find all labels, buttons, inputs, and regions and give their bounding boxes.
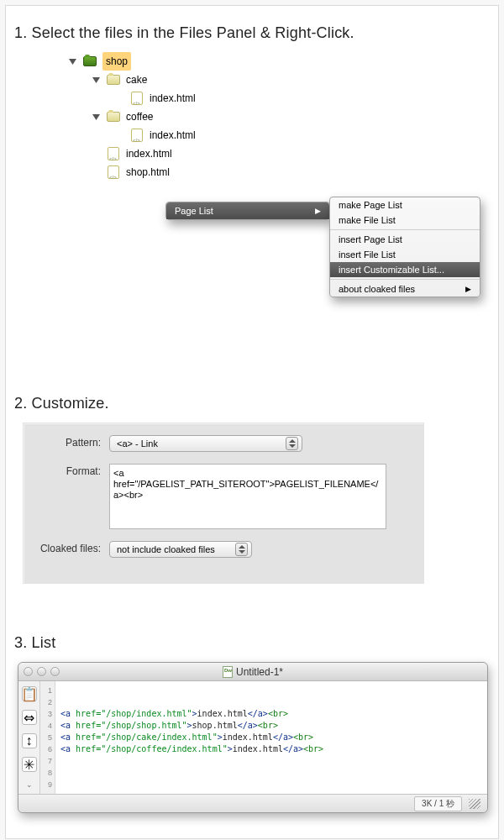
step2-heading: 2. Customize. [14,395,490,412]
tree-file[interactable]: index.html [115,89,490,108]
tree-item-label: index.html [150,126,196,144]
tree-file[interactable]: index.html [92,144,490,163]
folder-icon [106,111,121,123]
menu-item-label: insert Page List [339,234,402,244]
stepper-icon[interactable] [235,543,248,556]
tool-options-icon[interactable]: ✳ [22,757,37,772]
file-tree: shop cake index.html [45,52,490,181]
menu-item-insert-customizable-list[interactable]: insert Customizable List... [330,262,480,277]
menu-item-make-page-list[interactable]: make Page List [330,197,480,213]
step1-heading: 1. Select the files in the Files Panel &… [14,24,490,42]
document-title: Untitled-1* [236,666,283,678]
tree-file[interactable]: index.html [115,126,490,144]
pattern-select[interactable]: <a> - Link [109,435,302,452]
menu-item-insert-file-list[interactable]: insert File List [330,247,480,262]
tree-file[interactable]: shop.html [92,163,490,181]
html-file-icon [106,166,121,179]
menu-item-pagelist[interactable]: Page List ▶ [166,202,329,219]
tool-collapse-tray-icon[interactable]: ⌄ [26,780,33,789]
svg-marker-0 [69,59,76,65]
menu-item-label: about cloaked files [339,284,415,294]
html-file-icon [129,92,144,105]
stepper-icon[interactable] [286,437,298,450]
context-menu-group: Page List ▶ make Page List make File Lis… [165,202,490,344]
disclosure-down-icon[interactable] [68,57,77,66]
tool-collapse-icon[interactable]: ⇔ [22,710,37,725]
status-bar: 3K / 1 秒 [18,794,487,812]
menu-item-label: Page List [175,206,213,216]
svg-marker-1 [92,77,100,83]
step3-heading: 3. List [14,634,490,652]
resize-grip-icon[interactable] [469,799,480,809]
menu-item-insert-page-list[interactable]: insert Page List [330,232,480,247]
disclosure-down-icon[interactable] [92,76,101,85]
context-menu-main[interactable]: Page List ▶ [165,202,330,220]
customize-panel: Pattern: <a> - Link Format: Cloaked file… [23,423,424,584]
cloaked-select[interactable]: not include cloaked files [109,541,252,558]
tree-item-label: index.html [150,89,196,108]
line-gutter: 123456789 [40,681,55,794]
format-textarea[interactable] [109,464,386,529]
menu-separator [330,229,480,230]
folder-icon [106,74,121,87]
context-menu-sub[interactable]: make Page List make File List insert Pag… [329,197,480,297]
menu-separator [330,279,480,280]
format-label: Format: [34,464,109,477]
tree-root-label: shop [102,52,131,71]
menu-item-label: insert File List [339,249,396,260]
tree-item-label: shop.html [126,163,170,181]
tree-item-label: cake [126,71,147,89]
cloaked-select-value: not include cloaked files [117,544,215,554]
document-icon [223,666,233,678]
disclosure-down-icon[interactable] [92,113,101,122]
menu-item-make-file-list[interactable]: make File List [330,213,480,228]
tree-folder-coffee[interactable]: coffee index.html [92,108,490,144]
chevron-right-icon: ▶ [315,207,321,215]
status-text: 3K / 1 秒 [414,796,462,811]
pattern-label: Pattern: [34,435,109,449]
chevron-right-icon: ▶ [465,285,471,293]
editor-toolbar: 📋 ⇔ ↕ ✳ ⌄ [18,681,40,794]
editor-window: Untitled-1* 📋 ⇔ ↕ ✳ ⌄ 123456789 <a href=… [18,662,488,813]
tool-clipboard-icon[interactable]: 📋 [22,686,37,701]
tree-folder-cake[interactable]: cake index.html [92,71,490,108]
menu-item-label: make Page List [339,200,402,210]
menu-item-label: make File List [339,215,396,225]
title-bar: Untitled-1* [18,663,487,681]
tool-balance-icon[interactable]: ↕ [22,733,37,748]
pattern-select-value: <a> - Link [117,438,158,449]
code-area[interactable]: <a href="/shop/index.html">index.html</a… [55,681,487,794]
html-file-icon [106,148,121,160]
menu-item-label: insert Customizable List... [339,265,444,275]
site-folder-icon [82,55,97,68]
menu-item-about-cloaked-files[interactable]: about cloaked files ▶ [330,281,480,297]
cloaked-label: Cloaked files: [34,541,109,554]
svg-marker-2 [92,114,100,120]
html-file-icon [129,129,144,142]
tree-root[interactable]: shop cake index.html [68,52,490,181]
